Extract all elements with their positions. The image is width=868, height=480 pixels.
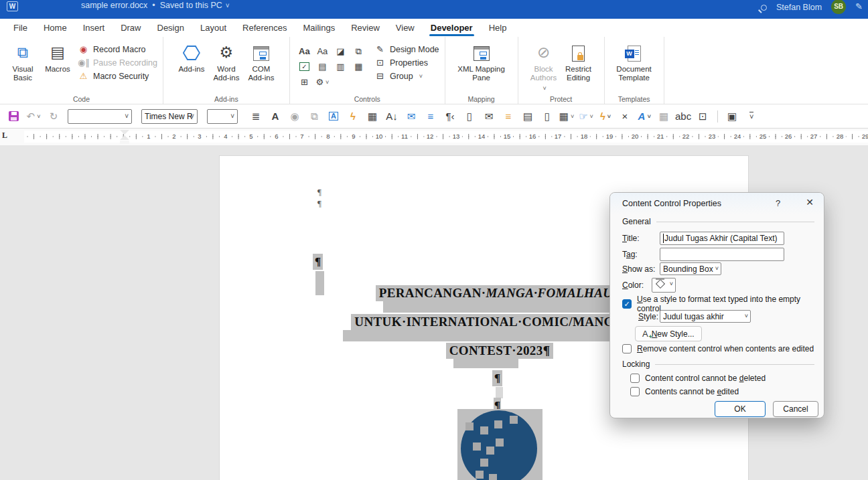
pilcrow-mark: ¶ [317, 198, 321, 209]
doc-pages-icon[interactable]: ▯ [539, 108, 555, 125]
style-pen-icon[interactable]: A [636, 108, 652, 125]
tab-references[interactable]: References [234, 20, 295, 36]
tab-insert[interactable]: Insert [75, 20, 113, 36]
frame-text-icon[interactable]: A [326, 108, 342, 125]
highlight-stack-icon[interactable]: ≡ [500, 108, 516, 125]
group-button[interactable]: ⊟ Group [374, 71, 439, 81]
show-as-dropdown[interactable]: Bounding Box [660, 262, 721, 275]
macros-icon: ▤ [50, 44, 65, 62]
autoformat-icon[interactable]: ϟ [345, 108, 361, 125]
selection-strip [343, 330, 616, 341]
more-commands-icon[interactable]: ˅ [743, 108, 760, 125]
tab-home[interactable]: Home [35, 20, 75, 36]
macro-security-button[interactable]: ⚠ Macro Security [78, 71, 157, 81]
tab-view[interactable]: View [388, 20, 423, 36]
picture-control-icon[interactable]: ◪ [332, 44, 350, 59]
group-label-controls: Controls [290, 95, 445, 103]
undo-icon[interactable]: ↶ [25, 108, 42, 125]
insert-table-icon[interactable]: ▦ [559, 108, 575, 125]
avatar[interactable]: SB [831, 0, 846, 14]
building-block-control-icon[interactable]: ⧉ [350, 44, 368, 59]
style-dropdown[interactable] [68, 109, 132, 124]
font-dropdown[interactable]: Times New R [141, 109, 198, 124]
word-addins-button[interactable]: ⚙ Word Add-ins [209, 41, 244, 82]
dropdown-list-control-icon[interactable]: ▥ [332, 59, 350, 74]
ok-button[interactable]: OK [715, 401, 766, 417]
use-style-checkbox[interactable]: ✓ [622, 299, 632, 309]
font-color-icon[interactable]: A [267, 108, 283, 125]
help-icon[interactable]: ? [776, 198, 780, 208]
new-doc-icon[interactable]: ▯ [461, 108, 478, 125]
save-icon[interactable] [5, 108, 21, 125]
logo-image[interactable] [457, 409, 542, 480]
document-area: ¶ ¶ ¶ PERANCANGAN·MANGA·FOMALHAUT UNTUK·… [0, 145, 868, 480]
design-mode-button[interactable]: ✎ Design Mode [374, 44, 439, 54]
restrict-editing-button[interactable]: Restrict Editing [561, 41, 596, 82]
color-dropdown[interactable] [652, 278, 676, 293]
legacy-tools-icon[interactable]: ⚙ [313, 74, 332, 90]
ribbon-group-protect: ⊘ Block Authors Restrict Editing Protect [518, 37, 605, 104]
tab-help[interactable]: Help [481, 20, 515, 36]
ribbon-group-controls: AaAa◪⧉✓▤▥▦⊞⚙ ✎ Design Mode ⊡ Properties … [290, 37, 445, 104]
quick-parts-icon[interactable]: ϟ [597, 108, 613, 125]
combo-box-control-icon[interactable]: ▤ [313, 59, 332, 74]
mail-doc-icon[interactable]: ✉ [403, 108, 419, 125]
xml-mapping-pane-button[interactable]: XML Mapping Pane [457, 41, 506, 82]
font-size-dropdown[interactable] [207, 109, 238, 124]
disabled-circle-icon[interactable]: ◉ [287, 108, 303, 125]
spelling-icon[interactable]: abc [675, 108, 691, 125]
sort-az-icon[interactable]: A↓ [384, 108, 400, 125]
document-template-button[interactable]: Document Template [613, 41, 656, 82]
indent-marker[interactable] [120, 130, 129, 144]
cannot-delete-checkbox[interactable] [630, 374, 640, 383]
repeating-section-control-icon[interactable]: ⊞ [295, 74, 313, 90]
properties-button[interactable]: ⊡ Properties [374, 58, 439, 68]
addins-button[interactable]: Add-ins [174, 41, 209, 74]
record-macro-button[interactable]: ◉ Record Macro [78, 44, 157, 54]
macros-button[interactable]: ▤ Macros [40, 41, 75, 74]
table-format-icon[interactable]: ▦ [656, 108, 672, 125]
para-direction-icon[interactable]: ¶‹ [442, 108, 458, 125]
close-tool-icon[interactable]: × [617, 108, 633, 125]
user-name: Stefan Blom [776, 3, 822, 12]
linked-doc-icon[interactable]: ⧉ [306, 108, 322, 125]
pilcrow-mark: ¶ [317, 187, 321, 197]
rich-text-control-icon[interactable]: Aa [295, 44, 313, 59]
title-input[interactable]: Judul Tugas Akhir (Capital Text) [660, 232, 784, 245]
cannot-edit-checkbox[interactable] [630, 387, 640, 396]
print-doc-icon[interactable]: ▤ [520, 108, 536, 125]
remove-checkbox[interactable] [622, 344, 632, 353]
save-floppy-icon [9, 111, 19, 121]
checkbox-control-icon[interactable]: ✓ [295, 59, 313, 74]
notebook-icon[interactable]: ▣ [724, 108, 740, 125]
tag-field-label: Tag: [622, 250, 638, 259]
hand-tool-icon[interactable]: ☞ [578, 108, 594, 125]
cancel-button[interactable]: Cancel [773, 401, 818, 417]
redo-icon[interactable]: ↻ [46, 108, 62, 125]
plain-text-control-icon[interactable]: Aa [313, 44, 332, 59]
close-icon[interactable]: ✕ [803, 197, 816, 208]
date-picker-control-icon[interactable]: ▦ [350, 59, 368, 74]
tab-design[interactable]: Design [149, 20, 192, 36]
com-addins-icon [253, 44, 269, 62]
tab-developer[interactable]: Developer [423, 20, 481, 36]
tab-review[interactable]: Review [343, 20, 388, 36]
selection-strip [496, 387, 503, 398]
style-dropdown[interactable]: Judul tugas akhir [660, 310, 751, 323]
tab-draw[interactable]: Draw [113, 20, 149, 36]
format-marks-icon[interactable]: ≣ [248, 108, 264, 125]
tag-input[interactable] [660, 248, 784, 261]
pencil-icon[interactable]: ✎ [855, 1, 863, 11]
visual-basic-button[interactable]: ⧉ Visual Basic [5, 41, 40, 82]
new-style-button[interactable]: A New Style... [635, 326, 702, 341]
com-addins-button[interactable]: COM Add-ins [244, 41, 279, 82]
control-props-icon[interactable]: ⊡ [695, 108, 711, 125]
bullet-list-icon[interactable]: ≡ [423, 108, 439, 125]
table-grid-icon[interactable]: ▦ [364, 108, 380, 125]
save-status[interactable]: Saved to this PC [160, 1, 230, 10]
tab-layout[interactable]: Layout [192, 20, 234, 36]
envelope-icon[interactable]: ✉ [481, 108, 497, 125]
tab-file[interactable]: File [5, 20, 35, 36]
tab-mailings[interactable]: Mailings [295, 20, 344, 36]
search-icon[interactable] [761, 5, 767, 11]
